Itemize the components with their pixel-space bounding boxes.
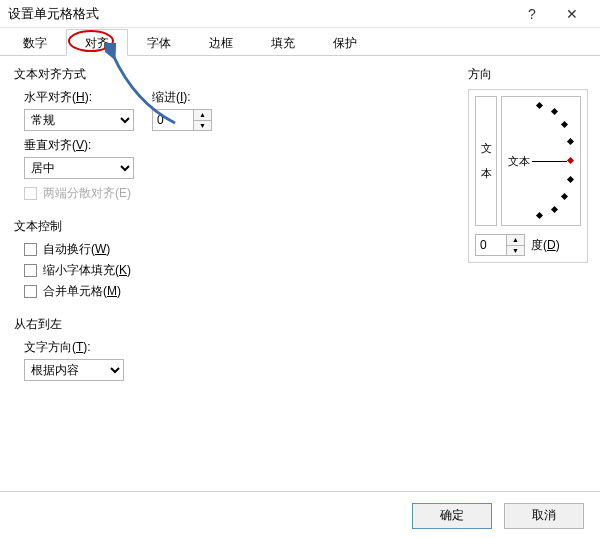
- orientation-dot: [551, 206, 558, 213]
- ok-button[interactable]: 确定: [412, 503, 492, 529]
- degrees-spinner[interactable]: ▲▼: [475, 234, 525, 256]
- orientation-dot: [551, 108, 558, 115]
- merge-cells-checkbox[interactable]: 合并单元格(M): [24, 283, 468, 300]
- justify-distributed-checkbox: 两端分散对齐(E): [24, 185, 468, 202]
- wrap-text-checkbox[interactable]: 自动换行(W): [24, 241, 468, 258]
- orientation-dot: [561, 193, 568, 200]
- orientation-needle: [532, 161, 567, 162]
- orientation-dot: [536, 102, 543, 109]
- text-alignment-title: 文本对齐方式: [14, 66, 86, 83]
- window-title: 设置单元格格式: [8, 5, 512, 23]
- text-direction-select[interactable]: 根据内容: [24, 359, 124, 381]
- degrees-label: 度(D): [531, 237, 560, 254]
- horizontal-align-select[interactable]: 常规: [24, 109, 134, 131]
- tab-font[interactable]: 字体: [128, 29, 190, 56]
- orientation-dot: [561, 121, 568, 128]
- shrink-fit-checkbox[interactable]: 缩小字体填充(K): [24, 262, 468, 279]
- tab-strip: 数字 对齐 字体 边框 填充 保护: [0, 28, 600, 56]
- tab-protection[interactable]: 保护: [314, 29, 376, 56]
- degrees-input[interactable]: [476, 235, 506, 255]
- indent-input[interactable]: [153, 110, 193, 130]
- indent-label: 缩进(I):: [152, 89, 212, 106]
- justify-label: 两端分散对齐(E): [43, 185, 131, 202]
- orientation-dot-0: [567, 157, 574, 164]
- checkbox-box-icon: [24, 187, 37, 200]
- deg-up-icon[interactable]: ▲: [507, 235, 524, 246]
- orientation-title: 方向: [468, 66, 588, 83]
- vertical-align-label: 垂直对齐(V):: [24, 137, 468, 154]
- close-button[interactable]: ✕: [552, 0, 592, 28]
- tab-fill[interactable]: 填充: [252, 29, 314, 56]
- checkbox-box-icon: [24, 285, 37, 298]
- text-control-title: 文本控制: [14, 218, 62, 235]
- checkbox-box-icon: [24, 264, 37, 277]
- orientation-box: 文 本 文本: [468, 89, 588, 263]
- rtl-title: 从右到左: [14, 316, 62, 333]
- vertical-align-select[interactable]: 居中: [24, 157, 134, 179]
- cancel-button[interactable]: 取消: [504, 503, 584, 529]
- tab-alignment[interactable]: 对齐: [66, 29, 128, 56]
- indent-down-icon[interactable]: ▼: [194, 121, 211, 131]
- orientation-dot: [536, 212, 543, 219]
- text-direction-label: 文字方向(T):: [24, 339, 468, 356]
- indent-up-icon[interactable]: ▲: [194, 110, 211, 121]
- orientation-dial-label: 文本: [508, 154, 530, 169]
- orientation-dot: [567, 138, 574, 145]
- orientation-dot: [567, 176, 574, 183]
- tab-number[interactable]: 数字: [4, 29, 66, 56]
- horizontal-align-label: 水平对齐(H):: [24, 89, 134, 106]
- orientation-vertical-button[interactable]: 文 本: [475, 96, 497, 226]
- deg-down-icon[interactable]: ▼: [507, 246, 524, 256]
- orientation-dial[interactable]: 文本: [501, 96, 581, 226]
- tab-border[interactable]: 边框: [190, 29, 252, 56]
- indent-spinner[interactable]: ▲▼: [152, 109, 212, 131]
- help-button[interactable]: ?: [512, 0, 552, 28]
- checkbox-box-icon: [24, 243, 37, 256]
